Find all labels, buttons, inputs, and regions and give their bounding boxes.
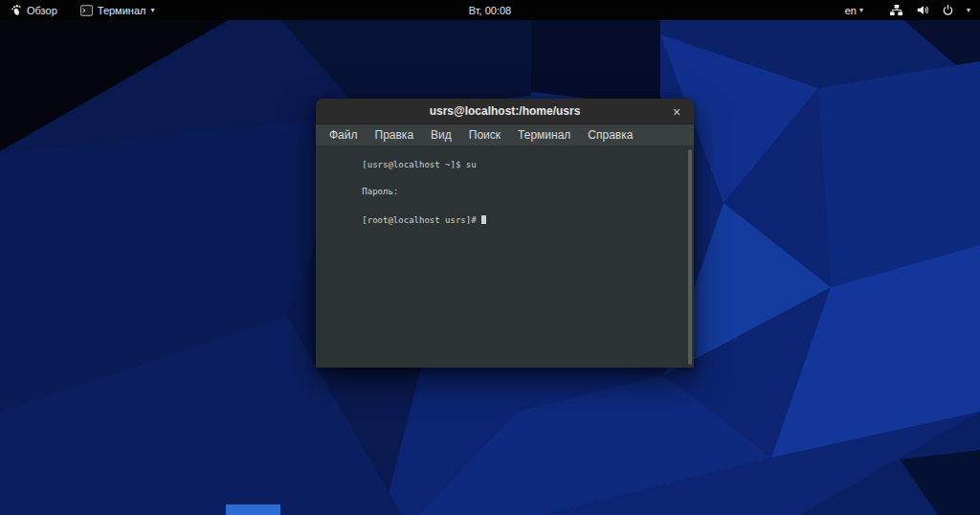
menu-help[interactable]: Справка <box>579 125 641 145</box>
terminal-output[interactable]: [usrs@localhost ~]$ su Пароль: [root@loc… <box>316 146 694 368</box>
gnome-logo-icon <box>10 4 22 16</box>
terminal-line: [root@localhost usrs]# <box>321 207 682 235</box>
activities-label: Обзор <box>27 5 57 16</box>
scrollbar[interactable] <box>688 148 692 366</box>
network-icon[interactable] <box>889 4 903 16</box>
menu-edit[interactable]: Правка <box>367 125 423 145</box>
keyboard-layout-label: en <box>845 5 857 16</box>
chevron-down-icon[interactable]: ▾ <box>967 7 970 14</box>
menu-view[interactable]: Вид <box>422 125 460 145</box>
desktop: Обзор Терминал ▾ Вт, 00:08 en <box>0 0 980 515</box>
window-title: usrs@localhost:/home/usrs <box>430 104 581 118</box>
menu-search[interactable]: Поиск <box>460 125 509 145</box>
app-menu-button[interactable]: Терминал ▾ <box>77 0 159 20</box>
scrollbar-thumb[interactable] <box>688 149 692 365</box>
terminal-cursor <box>481 215 486 224</box>
clock[interactable]: Вт, 00:08 <box>465 0 515 20</box>
terminal-window: usrs@localhost:/home/usrs × Файл Правка … <box>316 99 694 368</box>
terminal-icon <box>80 5 93 16</box>
clock-label: Вт, 00:08 <box>469 5 511 16</box>
close-button[interactable]: × <box>668 99 685 124</box>
chevron-down-icon: ▾ <box>150 7 154 14</box>
terminal-line: [usrs@localhost ~]$ su <box>321 151 682 179</box>
window-titlebar[interactable]: usrs@localhost:/home/usrs × <box>316 99 694 124</box>
volume-icon[interactable] <box>916 4 929 16</box>
top-bar: Обзор Терминал ▾ Вт, 00:08 en <box>0 0 980 20</box>
activities-button[interactable]: Обзор <box>6 0 61 20</box>
terminal-line: Пароль: <box>321 179 682 207</box>
menu-file[interactable]: Файл <box>321 125 367 145</box>
keyboard-layout-indicator[interactable]: en ▾ <box>845 5 863 16</box>
chevron-down-icon: ▾ <box>859 7 863 14</box>
power-icon[interactable] <box>942 4 954 16</box>
menu-terminal[interactable]: Терминал <box>509 125 579 145</box>
menu-bar: Файл Правка Вид Поиск Терминал Справка <box>316 124 694 146</box>
system-status-area[interactable]: en ▾ <box>845 0 980 20</box>
app-menu-label: Терминал <box>98 5 146 16</box>
